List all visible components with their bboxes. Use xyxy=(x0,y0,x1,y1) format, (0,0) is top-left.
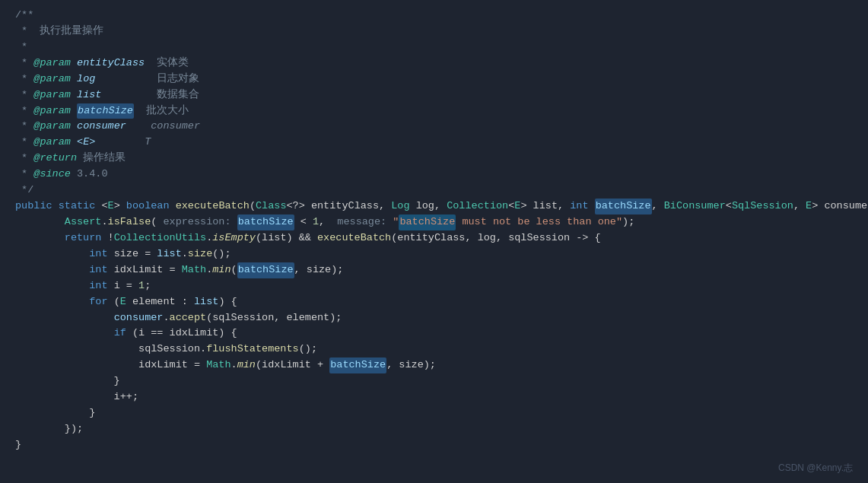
method-isfalse: isFalse xyxy=(108,214,151,230)
code-line: sqlSession.flushStatements(); xyxy=(0,342,868,357)
type-math2: Math xyxy=(206,357,231,373)
keyword-return: return xyxy=(65,230,102,246)
string-batchsize: batchSize xyxy=(399,216,455,227)
type-e: E xyxy=(108,199,114,214)
param-batchsize3: batchSize xyxy=(238,264,294,275)
keyword-int3: int xyxy=(89,278,107,294)
code-line: if (i == idxLimit) { xyxy=(0,326,868,342)
return-tag: @return xyxy=(33,151,77,167)
code-line: } xyxy=(0,373,868,389)
comment xyxy=(126,119,151,135)
type-e4: E xyxy=(120,294,126,310)
comment: /** xyxy=(15,8,33,24)
comment: 批次大小 xyxy=(134,103,189,119)
param-name: log xyxy=(77,71,95,87)
type-collection: Collection xyxy=(447,199,508,214)
type-int: int xyxy=(570,199,588,214)
keyword-int: int xyxy=(89,246,107,262)
param-batchsize2: batchSize xyxy=(238,216,294,227)
type-class: Class xyxy=(256,199,287,214)
keyword-static: static xyxy=(59,199,96,214)
hint-message: message: xyxy=(337,214,386,230)
type-biconsumer: BiConsumer xyxy=(664,199,726,214)
param-name: consumer xyxy=(77,119,126,135)
keyword-for: for xyxy=(89,294,107,310)
type-math: Math xyxy=(182,262,206,278)
var-consumer: consumer xyxy=(114,310,164,326)
type-e3: E xyxy=(806,199,812,214)
comment: 3.4.0 xyxy=(71,167,108,183)
string-rest: must not be less than one" xyxy=(456,214,622,230)
code-line: public static <E> boolean executeBatch(C… xyxy=(0,199,868,214)
comment xyxy=(71,103,77,119)
code-line: * @param entityClass 实体类 xyxy=(0,56,868,71)
code-line: } xyxy=(0,437,868,453)
type-log: Log xyxy=(391,199,409,214)
var-list: list xyxy=(157,246,181,262)
code-line: idxLimit = Math.min(idxLimit + batchSize… xyxy=(0,357,868,373)
comment: 数据集合 xyxy=(101,87,199,103)
keyword-int2: int xyxy=(89,262,107,278)
code-line: * @since 3.4.0 xyxy=(0,167,868,183)
method-min2: min xyxy=(237,357,256,373)
keyword-public: public xyxy=(15,199,52,214)
string-message: " xyxy=(393,214,399,230)
since-tag: @since xyxy=(33,167,71,183)
code-line: return !CollectionUtils.isEmpty(list) &&… xyxy=(0,230,868,246)
comment: 实体类 xyxy=(145,56,189,71)
code-line: int i = 1; xyxy=(0,278,868,294)
code-line: * @param <E> T xyxy=(0,135,868,151)
method-executebatch: executeBatch xyxy=(317,230,391,246)
type-collectionutils: CollectionUtils xyxy=(114,230,207,246)
comment: 日志对象 xyxy=(95,71,199,87)
param-name: list xyxy=(77,87,101,103)
comment: * 执行批量操作 xyxy=(15,24,103,40)
comment: */ xyxy=(15,183,33,199)
code-line: for (E element : list) { xyxy=(0,294,868,310)
param-tag: @param xyxy=(33,103,71,119)
code-line: consumer.accept(sqlSession, element); xyxy=(0,310,868,326)
code-line: int size = list.size(); xyxy=(0,246,868,262)
code-line: * 执行批量操作 xyxy=(0,24,868,40)
param-tag: @param xyxy=(33,71,71,87)
param-name: <E> xyxy=(77,135,95,151)
comment xyxy=(71,135,77,151)
code-line: * @param list 数据集合 xyxy=(0,87,868,103)
type-e2: E xyxy=(514,199,520,214)
param-name-batchsize: batchSize xyxy=(78,105,133,116)
keyword-if: if xyxy=(114,326,126,342)
comment: * xyxy=(15,135,33,151)
code-line: } xyxy=(0,405,868,421)
code-line: /** xyxy=(0,8,868,24)
comment: 操作结果 xyxy=(77,151,126,167)
code-line: * @return 操作结果 xyxy=(0,151,868,167)
code-line: int idxLimit = Math.min(batchSize, size)… xyxy=(0,262,868,278)
method-accept: accept xyxy=(170,310,207,326)
number-1b: 1 xyxy=(138,278,145,294)
method-size: size xyxy=(188,246,212,262)
type-boolean: boolean xyxy=(126,199,170,214)
comment: * xyxy=(15,56,33,71)
watermark: CSDN @Kenny.志 xyxy=(778,461,853,475)
comment xyxy=(71,56,77,71)
method-name: executeBatch xyxy=(176,199,250,214)
comment xyxy=(71,71,77,87)
hint-expression: expression: xyxy=(163,214,231,230)
comment: * xyxy=(15,151,33,167)
code-line: Assert.isFalse( expression: batchSize < … xyxy=(0,214,868,230)
comment xyxy=(71,119,77,135)
comment: * xyxy=(15,167,33,183)
code-line: * xyxy=(0,40,868,56)
code-line: }); xyxy=(0,421,868,437)
param-batchsize: batchSize xyxy=(596,200,651,211)
method-flushstatements: flushStatements xyxy=(206,342,299,357)
code-line: i++; xyxy=(0,389,868,405)
type-assert: Assert xyxy=(65,214,102,230)
comment-italic: consumer xyxy=(151,119,200,135)
param-batchsize4: batchSize xyxy=(330,359,386,370)
number-1: 1 xyxy=(313,214,319,230)
comment: * xyxy=(15,71,33,87)
param-tag: @param xyxy=(33,56,71,71)
comment: * xyxy=(15,119,33,135)
type-sqlsession: SqlSession xyxy=(732,199,793,214)
